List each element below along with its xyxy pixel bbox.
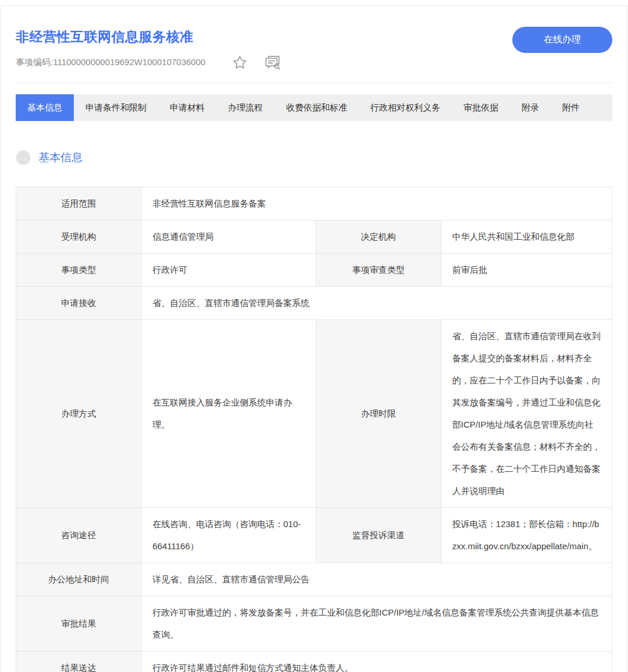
row-label: 申请接收	[16, 287, 141, 320]
row-value: 中华人民共和国工业和信息化部	[441, 221, 612, 254]
tab-approval-basis[interactable]: 审批依据	[452, 94, 510, 121]
row-label: 事项类型	[16, 254, 141, 287]
row-value: 行政许可审批通过的，将发放备案号，并在工业和信息化部ICP/IP地址/域名信息备…	[141, 596, 612, 652]
content-card: 非经营性互联网信息服务核准 事项编码:11100000000019692W100…	[1, 5, 627, 672]
tab-fee-basis[interactable]: 收费依据和标准	[274, 94, 359, 121]
row-label: 结果送达	[16, 652, 141, 672]
row-value: 省、自治区、直辖市通信管理局在收到备案人提交的备案材料后，材料齐全的，应在二十个…	[441, 320, 612, 508]
row-value: 行政许可	[141, 254, 316, 287]
section-title: 基本信息	[38, 150, 83, 165]
tab-bar: 基本信息 申请条件和限制 申请材料 办理流程 收费依据和标准 行政相对权利义务 …	[16, 94, 612, 121]
row-value: 在互联网接入服务企业侧系统申请办理。	[141, 320, 316, 508]
row-label: 办公地址和时间	[16, 563, 141, 596]
tab-conditions[interactable]: 申请条件和限制	[74, 94, 158, 121]
table-row-reception: 申请接收 省、自治区、直辖市通信管理局备案系统	[16, 287, 612, 320]
table-row-method-deadline: 办理方式 在互联网接入服务企业侧系统申请办理。 办理时限 省、自治区、直辖市通信…	[16, 320, 612, 508]
row-value: 行政许可结果通过邮件和短信方式通知主体负责人。	[141, 652, 612, 672]
tab-basic-info[interactable]: 基本信息	[16, 94, 74, 121]
table-row-delivery: 结果送达 行政许可结果通过邮件和短信方式通知主体负责人。	[16, 652, 612, 672]
row-label: 受理机构	[16, 221, 141, 254]
row-value: 详见省、自治区、直辖市通信管理局公告	[141, 563, 612, 596]
tab-attachments[interactable]: 附件	[551, 94, 591, 121]
table-row-office: 办公地址和时间 详见省、自治区、直辖市通信管理局公告	[16, 563, 612, 596]
row-label: 咨询途径	[16, 508, 141, 563]
meta-row: 事项编码:11100000000019692W1000107036000	[16, 55, 612, 70]
section-header: → 基本信息	[16, 150, 612, 165]
row-label: 审批结果	[16, 596, 141, 652]
row-value: 前审后批	[441, 254, 612, 287]
basic-info-table: 适用范围 非经营性互联网信息服务备案 受理机构 信息通信管理局 决定机构 中华人…	[16, 187, 612, 672]
table-row-types: 事项类型 行政许可 事项审查类型 前审后批	[16, 254, 612, 287]
row-label: 事项审查类型	[316, 254, 441, 287]
row-label: 办理方式	[16, 320, 141, 508]
table-row-consult-complaint: 咨询途径 在线咨询、电话咨询（咨询电话：010-66411166） 监督投诉渠道…	[16, 508, 612, 563]
page-header: 非经营性互联网信息服务核准 事项编码:11100000000019692W100…	[16, 6, 612, 83]
tab-materials[interactable]: 申请材料	[158, 94, 216, 121]
arrow-circle-icon: →	[16, 150, 31, 165]
row-label: 适用范围	[16, 187, 141, 221]
tab-process[interactable]: 办理流程	[216, 94, 274, 121]
table-row-scope: 适用范围 非经营性互联网信息服务备案	[16, 187, 612, 221]
favorite-star-icon[interactable]	[232, 55, 248, 70]
row-value: 在线咨询、电话咨询（咨询电话：010-66411166）	[141, 508, 316, 563]
tab-appendix[interactable]: 附录	[510, 94, 551, 121]
row-label: 监督投诉渠道	[316, 508, 441, 563]
row-label: 办理时限	[316, 320, 441, 508]
row-label: 决定机构	[316, 221, 441, 254]
row-value: 投诉电话：12381；部长信箱：http://bzxx.miit.gov.cn/…	[441, 508, 612, 563]
online-apply-button[interactable]: 在线办理	[512, 27, 612, 53]
row-value: 省、自治区、直辖市通信管理局备案系统	[141, 287, 612, 320]
consult-search-icon[interactable]	[264, 55, 281, 70]
table-row-result: 审批结果 行政许可审批通过的，将发放备案号，并在工业和信息化部ICP/IP地址/…	[16, 596, 612, 652]
table-row-agencies: 受理机构 信息通信管理局 决定机构 中华人民共和国工业和信息化部	[16, 221, 612, 254]
meta-icons	[232, 55, 281, 70]
item-code: 事项编码:11100000000019692W1000107036000	[16, 57, 205, 68]
row-value: 非经营性互联网信息服务备案	[141, 187, 612, 221]
tab-rights-obligations[interactable]: 行政相对权利义务	[359, 94, 452, 121]
row-value: 信息通信管理局	[141, 221, 316, 254]
